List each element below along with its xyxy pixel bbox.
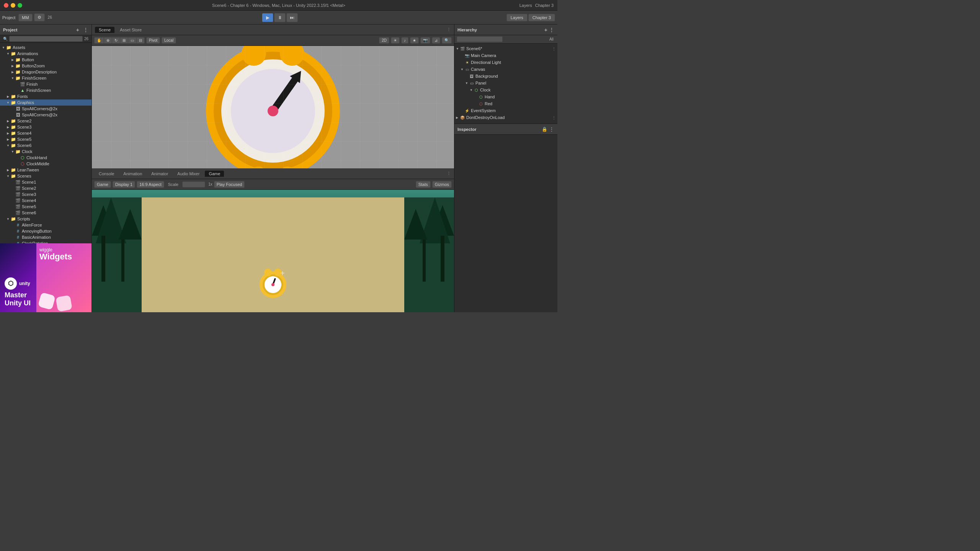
tree-item-scene-1[interactable]: 🎬 Scene1 [0,179,91,185]
layers-dropdown[interactable]: Layers [519,3,532,8]
tab-animator[interactable]: Animator [147,171,172,177]
display-dropdown[interactable]: Display 1 [113,181,135,188]
hierarchy-hand[interactable]: ⬡ Hand [454,93,557,100]
maximize-button[interactable] [18,3,22,8]
hierarchy-canvas[interactable]: ▼ ▭ Canvas [454,66,557,73]
play-button[interactable]: ▶ [262,13,273,22]
tree-item-clockrotation[interactable]: # ClockRotation [0,240,91,243]
gizmos-game-button[interactable]: Gizmos [432,181,452,188]
tab-console[interactable]: Console [95,171,118,177]
project-add-icon[interactable]: + [76,27,79,33]
tree-item-clock-folder[interactable]: ▼ 📁 Clock [0,148,91,155]
tree-item-scene2[interactable]: ▶ 📁 Scene2 [0,118,91,124]
hierarchy-menu-icon[interactable]: ⋮ [549,27,554,33]
scene-viewport[interactable] [92,46,454,168]
play-focused-button[interactable]: Play Focused [214,181,245,188]
layers-button[interactable]: Layers [506,14,528,21]
rotate-tool[interactable]: ↻ [112,37,120,43]
tree-item-spx2[interactable]: 🖼 SpxAllCorners@2x [0,112,91,118]
chapter-dropdown[interactable]: Chapter 3 [535,3,554,8]
hierarchy-background[interactable]: 🖼 Background [454,73,557,80]
hierarchy-search-input[interactable] [457,36,503,42]
hierarchy-scene6[interactable]: ▼ 🎬 Scene6* ⋮ [454,45,557,52]
tree-item-dragondesc[interactable]: ▶ 📁 DragonDescription [0,69,91,75]
dontdestroy-menu[interactable]: ⋮ [552,116,556,120]
mm-button[interactable]: MM [18,14,32,21]
tree-item-leantween[interactable]: ▶ 📁 LeanTween [0,167,91,173]
tree-item-scenes[interactable]: ▼ 📁 Scenes [0,173,91,179]
2d-button[interactable]: 2D [379,37,389,44]
camera-button[interactable]: 📷 [420,37,430,44]
tree-item-scripts[interactable]: ▼ 📁 Scripts [0,216,91,222]
hierarchy-panel-item[interactable]: ▼ ▭ Panel [454,80,557,86]
tree-item-scene-6[interactable]: 🎬 Scene6 [0,210,91,216]
transform-tool[interactable]: ⊟ [137,37,144,43]
fx-button[interactable]: ★ [410,37,419,44]
project-search-input[interactable] [9,36,83,42]
settings-button[interactable]: ⚙ [34,13,45,21]
hierarchy-clock[interactable]: ▼ ⬡ Clock [454,86,557,93]
hierarchy-add-icon[interactable]: + [544,27,547,33]
tab-scene[interactable]: Scene [95,27,114,33]
minimize-button[interactable] [11,3,15,8]
project-menu-icon[interactable]: ⋮ [83,27,88,33]
gizmos-button[interactable]: ⊿ [432,37,440,44]
hierarchy-eventsystem[interactable]: ⚡ EventSystem [454,107,557,114]
tree-item-spx1[interactable]: 🖼 SpxAllCorners@2x [0,106,91,112]
stats-button[interactable]: Stats [416,181,431,188]
tree-item-finishscreen2[interactable]: ▲ FinishScreen [0,87,91,93]
audio-button[interactable]: ♪ [401,37,408,44]
tree-item-finishscreen[interactable]: ▼ 📁 FinishScreen [0,75,91,81]
tree-item-scene-5[interactable]: 🎬 Scene5 [0,204,91,210]
inspector-menu-icon[interactable]: ⋮ [549,126,554,132]
tree-item-animations[interactable]: ▼ 📁 Animations [0,51,91,57]
tree-item-scene5[interactable]: ▶ 📁 Scene5 [0,136,91,142]
scene6-menu[interactable]: ⋮ [552,47,556,51]
rect-tool[interactable]: ▭ [128,37,137,43]
tab-asset-store[interactable]: Asset Store [116,27,145,33]
scale-slider[interactable] [182,181,205,187]
tree-item-scene-4[interactable]: 🎬 Scene4 [0,197,91,204]
step-button[interactable]: ⏭ [286,13,298,22]
close-button[interactable] [4,3,8,8]
local-button[interactable]: Local [162,37,176,44]
move-tool[interactable]: ⊕ [104,37,112,43]
scene-menu-icon[interactable]: ⋮ [447,27,451,32]
pivot-button[interactable]: Pivot [146,37,160,44]
tree-item-scene4[interactable]: ▶ 📁 Scene4 [0,130,91,136]
tree-item-scene-2[interactable]: 🎬 Scene2 [0,185,91,191]
tree-item-scene6[interactable]: ▼ 📁 Scene6 [0,142,91,148]
tab-game[interactable]: Game [205,171,224,177]
hand-tool[interactable]: ✋ [95,37,104,43]
chapter-button[interactable]: Chapter 3 [528,14,555,21]
aspect-dropdown[interactable]: 16:9 Aspect [137,181,164,188]
tree-item-finish[interactable]: 🎬 Finish [0,81,91,87]
tree-item-basicanimation[interactable]: # BasicAnimation [0,234,91,240]
console-menu-icon[interactable]: ⋮ [447,171,451,176]
hierarchy-dontdestroyonload[interactable]: ▶ 📦 DontDestroyOnLoad ⋮ [454,114,557,121]
tab-animation[interactable]: Animation [119,171,146,177]
hierarchy-directional-light[interactable]: ☀ Directional Light [454,59,557,66]
tree-item-clockhand[interactable]: ⬡ ClockHand [0,155,91,161]
tree-item-assets[interactable]: ▼ 📁 Assets [0,44,91,51]
game-viewport[interactable]: + [92,190,454,312]
tree-item-annoyingbutton[interactable]: # AnnoyingButton [0,228,91,234]
tree-item-fonts[interactable]: ▶ 📁 Fonts [0,93,91,99]
tree-item-graphics[interactable]: ▼ 📁 Graphics [0,99,91,106]
lighting-button[interactable]: ☀ [391,37,400,44]
hierarchy-main-camera[interactable]: 📷 Main Camera [454,52,557,59]
search-scene-button[interactable]: 🔍 [442,37,452,44]
game-dropdown[interactable]: Game [94,181,111,188]
hierarchy-red[interactable]: ⬡ Red [454,100,557,107]
tree-item-alienforce[interactable]: # AlienForce [0,222,91,228]
tree-item-scene3[interactable]: ▶ 📁 Scene3 [0,124,91,130]
tree-item-buttonzoom[interactable]: ▶ 📁 ButtonZoom [0,63,91,69]
pause-button[interactable]: ⏸ [274,13,286,22]
scale-tool[interactable]: ⊞ [120,37,128,43]
inspector-lock-icon[interactable]: 🔒 [542,127,547,132]
promotional-overlay[interactable]: ⬡ unity MasterUnity UI wiggle Widgets [0,243,92,312]
tree-item-scene-3[interactable]: 🎬 Scene3 [0,191,91,197]
tree-item-button[interactable]: ▶ 📁 Button [0,57,91,63]
tree-item-clockmiddle[interactable]: ⬡ ClockMiddle [0,161,91,167]
tab-audio-mixer[interactable]: Audio Mixer [173,171,203,177]
